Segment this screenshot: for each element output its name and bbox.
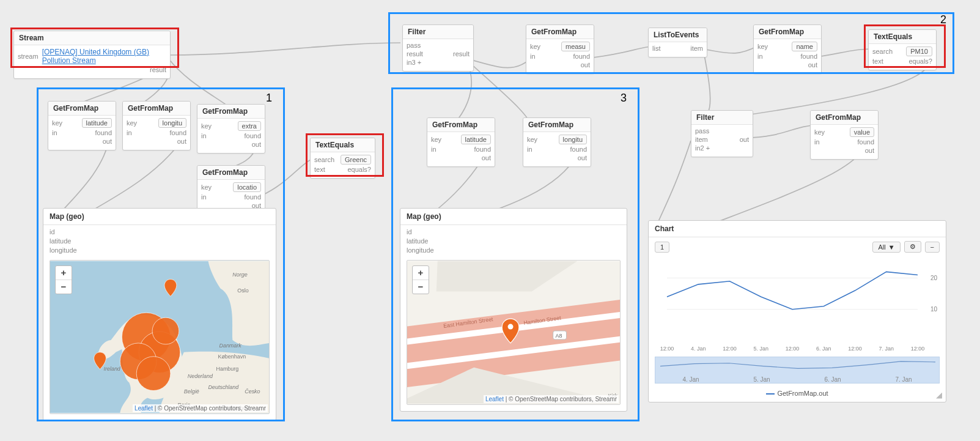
legend-swatch (766, 393, 775, 395)
map-input: id (50, 228, 270, 237)
group-number: 1 (266, 92, 272, 105)
port-out: out (252, 141, 261, 148)
nav-tick: 4. Jan (682, 376, 699, 383)
zoom-control: + − (412, 265, 429, 294)
getfrommap-node[interactable]: GetFromMap keylongitu infound out (523, 117, 591, 167)
chart-widget[interactable]: Chart 1 All ▼ ⚙ − 201012:004. Jan12:005.… (648, 220, 946, 402)
port-found: found (474, 146, 491, 153)
key-value[interactable]: latitude (461, 135, 491, 144)
chart-navigator[interactable]: 4. Jan 5. Jan 6. Jan 7. Jan (655, 357, 940, 384)
chevron-down-icon: ▼ (888, 243, 895, 251)
series-badge[interactable]: 1 (655, 242, 669, 253)
group-number: 3 (621, 92, 627, 105)
chart-title: Chart (649, 221, 946, 237)
range-label: All (878, 243, 885, 251)
map-input: id (407, 228, 621, 237)
port-key: key (814, 128, 825, 136)
key-value[interactable]: longitu (158, 118, 186, 128)
port-in: in (530, 53, 536, 60)
key-value[interactable]: extra (238, 121, 261, 131)
port-out: out (482, 154, 491, 161)
key-value[interactable]: latitude (82, 118, 112, 128)
range-select[interactable]: All ▼ (872, 242, 900, 253)
key-value[interactable]: name (792, 42, 817, 51)
key-value[interactable]: longitu (559, 135, 587, 144)
port-key: key (530, 43, 540, 50)
svg-text:12:00: 12:00 (723, 346, 737, 352)
svg-text:Oslo: Oslo (237, 287, 248, 294)
zoom-control: + − (55, 265, 72, 294)
key-value[interactable]: measu (561, 42, 590, 51)
port-found: found (800, 53, 817, 60)
map-area[interactable]: + − East Hamilton Street Hamilton Street… (407, 260, 621, 405)
settings-button[interactable]: ⚙ (904, 241, 921, 253)
port-equals: equals? (908, 57, 932, 65)
navigator-ticks: 4. Jan 5. Jan 6. Jan 7. Jan (655, 376, 939, 383)
getfrommap-node[interactable]: GetFromMap keyvalue infound out (810, 110, 879, 160)
port-key: key (431, 136, 441, 143)
port-found: found (573, 53, 590, 60)
filter-node[interactable]: Filter pass itemout in2 + (691, 110, 753, 157)
svg-text:4. Jan: 4. Jan (691, 346, 706, 352)
node-title: GetFromMap (48, 102, 116, 116)
getfrommap-node[interactable]: GetFromMap keyextra infound out (197, 104, 265, 154)
map-input: longitude (50, 246, 270, 255)
zoom-in-button[interactable]: + (413, 266, 429, 280)
textequals-node[interactable]: TextEquals searchGreenc textequals? (310, 138, 375, 179)
search-value[interactable]: PM10 (906, 46, 932, 56)
port-key: key (127, 119, 137, 127)
getfrommap-node[interactable]: GetFromMap keylocatio infound out (197, 165, 265, 215)
stream-link[interactable]: [OPENAQ] United Kingdom (GB) Pollution S… (42, 48, 166, 65)
leaflet-link[interactable]: Leaflet (134, 405, 153, 412)
leaflet-link[interactable]: Leaflet (485, 396, 504, 402)
port-out: out (865, 147, 874, 154)
resize-handle[interactable]: ◢ (936, 390, 942, 399)
search-value[interactable]: Greenc (341, 155, 371, 165)
filter-node[interactable]: Filter pass resultresult in3 + (402, 24, 474, 72)
port-text: text (872, 57, 883, 65)
port-search: search (314, 156, 334, 163)
map-svg: Norge Oslo Ireland Danmark København Ham… (50, 261, 269, 413)
getfrommap-node[interactable]: GetFromMap keyname infound out (753, 24, 822, 74)
port-key: key (201, 183, 212, 191)
zoom-out-button[interactable]: − (413, 280, 429, 294)
nav-tick: 5. Jan (753, 376, 770, 383)
node-title: TextEquals (311, 138, 375, 152)
port-found: found (244, 193, 261, 201)
legend-label: GetFromMap.out (777, 390, 828, 397)
zoom-in-button[interactable]: + (56, 266, 72, 280)
map-title: Map (geo) (400, 209, 627, 225)
map-area[interactable]: + − Norge Oslo Ireland (50, 260, 270, 414)
key-value[interactable]: value (850, 127, 874, 137)
canvas[interactable]: { "stream": { "title": "Stream", "port_l… (0, 0, 980, 441)
map-geo-widget[interactable]: Map (geo) id latitude longitude + − (43, 208, 276, 421)
remove-button[interactable]: − (925, 242, 940, 253)
getfrommap-node[interactable]: GetFromMap keylongitu infound out (122, 101, 191, 150)
svg-text:10: 10 (930, 306, 938, 313)
map-geo-widget[interactable]: Map (geo) id latitude longitude + − East… (400, 208, 627, 412)
map-svg: East Hamilton Street Hamilton Street A8 … (407, 261, 620, 404)
port-text: text (314, 166, 325, 173)
listtoevents-node[interactable]: ListToEvents listitem (648, 28, 707, 57)
attrib-text: | © OpenStreetMap contributors, Streamr (504, 396, 617, 402)
nav-tick: 6. Jan (824, 376, 841, 383)
node-title: GetFromMap (523, 118, 591, 132)
svg-text:Danmark: Danmark (219, 343, 241, 349)
port-key: key (201, 122, 212, 130)
port-in: in (527, 146, 532, 153)
getfrommap-node[interactable]: GetFromMap keylatitude infound out (48, 101, 116, 150)
key-value[interactable]: locatio (233, 182, 261, 192)
svg-text:A8: A8 (556, 333, 562, 339)
port-pass: pass (407, 42, 421, 49)
getfrommap-node[interactable]: GetFromMap keylatitude infound out (427, 117, 495, 167)
port-result-in: result (407, 50, 423, 57)
chart-plot[interactable]: 201012:004. Jan12:005. Jan12:006. Jan12:… (655, 256, 940, 354)
nav-tick: 7. Jan (895, 376, 912, 383)
stream-node[interactable]: Stream stream [OPENAQ] United Kingdom (G… (13, 31, 171, 79)
port-in: in (127, 129, 132, 136)
chart-legend: GetFromMap.out (649, 387, 946, 402)
textequals-node[interactable]: TextEquals searchPM10 textequals? (868, 29, 937, 70)
zoom-out-button[interactable]: − (56, 280, 72, 294)
getfrommap-node[interactable]: GetFromMap keymeasu infound out (526, 24, 594, 74)
node-title: GetFromMap (811, 111, 878, 125)
